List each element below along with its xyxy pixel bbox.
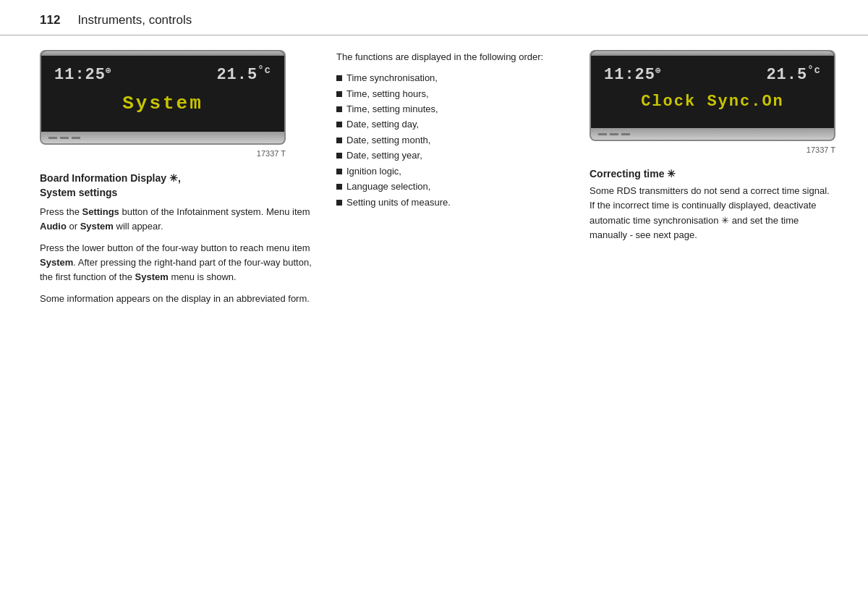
right-display-wrapper: 11:25⊕ 21.5°c Clock Sync.On 17337 T <box>590 50 835 154</box>
list-item: Ignition logic, <box>336 164 575 179</box>
left-display-time: 11:25⊕ <box>54 65 111 84</box>
bullet-icon <box>336 200 342 206</box>
main-content: 11:25⊕ 21.5°c System 17337 T Board Infor… <box>0 35 868 328</box>
right-display-temp: 21.5°c <box>766 64 821 84</box>
right-display-main-text: Clock Sync.On <box>604 90 821 115</box>
bullet-icon <box>336 122 342 127</box>
list-item: Date, setting month, <box>336 132 575 148</box>
list-item: Language selection, <box>336 179 575 194</box>
right-column: 11:25⊕ 21.5°c Clock Sync.On 17337 T Corr… <box>590 50 835 313</box>
right-display-bottom <box>590 128 835 141</box>
right-temp-unit: °c <box>807 64 821 76</box>
list-item: Setting units of measure. <box>336 195 575 210</box>
left-display-bottom <box>40 132 286 145</box>
bullet-icon <box>336 184 342 190</box>
center-intro: The functions are displayed in the follo… <box>336 50 575 64</box>
left-time-icon: ⊕ <box>106 66 111 76</box>
right-display-time: 11:25⊕ <box>604 65 661 84</box>
bullet-icon <box>336 169 342 174</box>
list-item: Time synchronisation, <box>336 70 575 85</box>
left-column: 11:25⊕ 21.5°c System 17337 T Board Infor… <box>40 50 322 313</box>
left-para1: Press the Settings button of the Infotai… <box>40 205 322 234</box>
right-section-heading: Correcting time ✳ <box>590 168 835 179</box>
right-display-unit: 11:25⊕ 21.5°c Clock Sync.On <box>590 50 835 141</box>
bullet-icon <box>336 75 342 81</box>
left-display-caption: 17337 T <box>40 149 286 158</box>
list-item: Time, setting minutes, <box>336 101 575 117</box>
right-section-body: Some RDS transmitters do not send a corr… <box>590 184 835 242</box>
functions-list: Time synchronisation, Time, setting hour… <box>336 70 575 210</box>
list-item: Date, setting day, <box>336 117 575 132</box>
list-item: Date, setting year, <box>336 148 575 163</box>
left-display-main-text: System <box>54 90 271 119</box>
left-display-unit: 11:25⊕ 21.5°c System <box>40 50 286 145</box>
right-display-top-bar: 11:25⊕ 21.5°c <box>604 64 821 84</box>
left-section-heading: Board Information Display ✳, System sett… <box>40 172 322 200</box>
bullet-icon <box>336 106 342 112</box>
page-header: 112 Instruments, controls <box>0 0 868 35</box>
bullet-icon <box>336 138 342 143</box>
list-item: Time, setting hours, <box>336 86 575 101</box>
page-number: 112 <box>40 13 60 28</box>
center-column: The functions are displayed in the follo… <box>322 50 590 313</box>
left-para3: Some information appears on the display … <box>40 292 322 306</box>
left-para2: Press the lower button of the four-way b… <box>40 241 322 284</box>
left-display-temp: 21.5°c <box>216 64 271 84</box>
left-display-top-bar: 11:25⊕ 21.5°c <box>54 64 271 84</box>
right-time-icon: ⊕ <box>655 66 661 76</box>
right-display-caption: 17337 T <box>590 145 835 154</box>
left-temp-unit: °c <box>258 64 271 76</box>
left-display-wrapper: 11:25⊕ 21.5°c System 17337 T <box>40 50 286 158</box>
page-title: Instruments, controls <box>77 13 192 28</box>
bullet-icon <box>336 153 342 158</box>
left-display-screen: 11:25⊕ 21.5°c System <box>40 50 286 132</box>
bullet-icon <box>336 91 342 97</box>
right-display-screen: 11:25⊕ 21.5°c Clock Sync.On <box>590 50 835 128</box>
